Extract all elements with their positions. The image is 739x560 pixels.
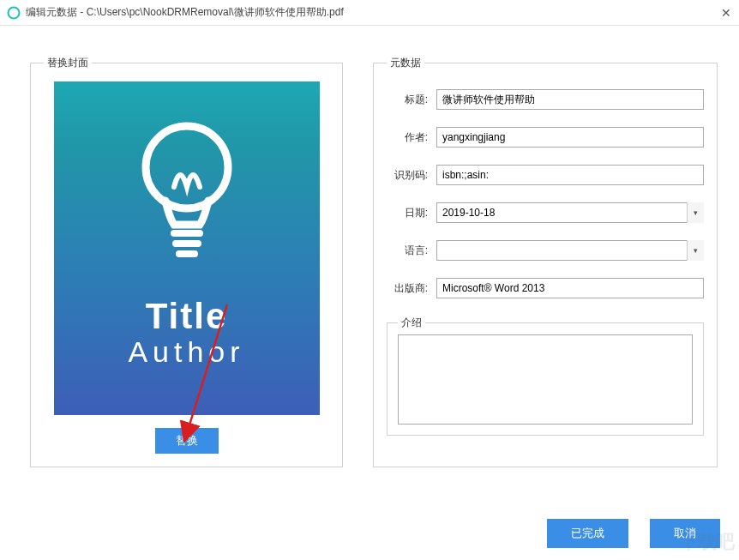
label-date: 日期: — [387, 206, 428, 220]
textarea-intro[interactable] — [398, 334, 693, 425]
close-button[interactable]: ✕ — [713, 0, 739, 26]
label-title: 标题: — [387, 93, 428, 107]
cover-legend: 替换封面 — [44, 56, 92, 70]
app-icon — [7, 6, 21, 20]
row-author: 作者: — [387, 127, 704, 148]
window-titlebar: 编辑元数据 - C:\Users\pc\NookDRMRemoval\微讲师软件… — [0, 0, 739, 26]
replace-cover-button[interactable]: 替换 — [155, 428, 219, 454]
content-area: 替换封面 Title Author 替换 元数据 标题: — [0, 26, 739, 513]
metadata-legend: 元数据 — [387, 56, 424, 70]
label-author: 作者: — [387, 130, 428, 145]
label-language: 语言: — [387, 244, 428, 258]
input-publisher[interactable] — [436, 278, 704, 298]
input-language[interactable] — [436, 240, 704, 261]
done-button[interactable]: 已完成 — [547, 519, 628, 548]
intro-fieldset: 介绍 — [387, 316, 704, 436]
row-title: 标题: — [387, 89, 704, 110]
chevron-down-icon[interactable]: ▾ — [687, 202, 704, 223]
window-title: 编辑元数据 - C:\Users\pc\NookDRMRemoval\微讲师软件… — [26, 5, 732, 20]
footer-buttons: 已完成 取消 — [547, 519, 720, 548]
intro-legend: 介绍 — [398, 316, 425, 330]
combo-date[interactable]: ▾ — [436, 202, 704, 223]
cover-mock-author: Author — [128, 335, 244, 369]
cover-mock-title: Title — [146, 296, 228, 337]
input-date[interactable] — [436, 202, 704, 223]
row-id: 识别码: — [387, 165, 704, 185]
chevron-down-icon[interactable]: ▾ — [687, 240, 704, 261]
input-title[interactable] — [436, 89, 704, 110]
input-author[interactable] — [436, 127, 704, 148]
label-id: 识别码: — [387, 168, 428, 183]
label-publisher: 出版商: — [387, 281, 428, 296]
row-date: 日期: ▾ — [387, 202, 704, 223]
metadata-fieldset: 元数据 标题: 作者: 识别码: 日期: ▾ 语言: ▾ — [373, 56, 718, 467]
input-id[interactable] — [436, 165, 704, 185]
lightbulb-icon — [131, 120, 243, 270]
cover-fieldset: 替换封面 Title Author 替换 — [30, 56, 343, 467]
close-icon: ✕ — [721, 6, 731, 20]
row-publisher: 出版商: — [387, 278, 704, 298]
row-language: 语言: ▾ — [387, 240, 704, 261]
cancel-button[interactable]: 取消 — [650, 519, 720, 548]
combo-language[interactable]: ▾ — [436, 240, 704, 261]
cover-image: Title Author — [54, 81, 320, 415]
svg-point-0 — [9, 7, 20, 18]
